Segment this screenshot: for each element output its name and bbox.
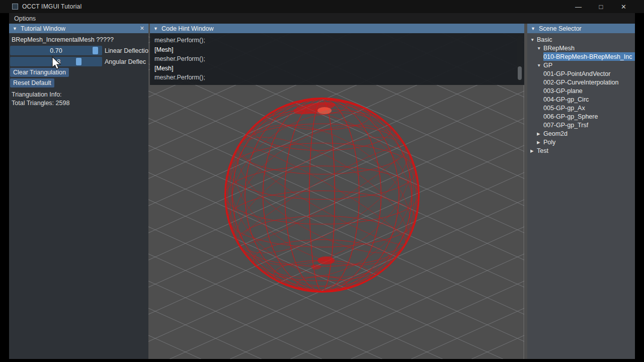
tree-item-label: Poly bbox=[543, 139, 555, 146]
code-line: mesher.Perform(); bbox=[154, 73, 520, 82]
tutorial-window-title: Tutorial Window bbox=[21, 25, 136, 32]
chevron-down-icon[interactable]: ▼ bbox=[530, 37, 537, 42]
slider-value: 0.70 bbox=[10, 46, 102, 55]
close-icon[interactable]: ✕ bbox=[139, 25, 145, 32]
chevron-right-icon[interactable]: ▶ bbox=[537, 131, 543, 136]
tree-item-label: BRepMesh bbox=[543, 45, 575, 52]
tree-item-001-gp-pointandvector[interactable]: 001-GP-PointAndVector bbox=[543, 69, 635, 78]
chevron-right-icon[interactable]: ▶ bbox=[537, 140, 543, 145]
tree-item-basic[interactable]: ▼Basic bbox=[530, 35, 635, 44]
tree-item-label: Geom2d bbox=[543, 130, 568, 137]
window-title: OCCT IMGUI Tutorial bbox=[22, 3, 82, 10]
tree-item-test[interactable]: ▶Test bbox=[530, 146, 635, 155]
tree-item-label: 006-GP-gp_Sphere bbox=[543, 113, 598, 120]
code-line: mesher.Perform(); bbox=[154, 54, 520, 64]
slider-value: 0.8 bbox=[10, 57, 102, 66]
tree-item-label: 010-BRepMesh-BRepMesh_Inc bbox=[543, 53, 632, 60]
tree-item-label: 001-GP-PointAndVector bbox=[543, 70, 610, 77]
angular-deflection-label: Angular Deflec bbox=[105, 58, 146, 65]
tutorial-window-body: BRepMesh_IncrementalMesh ????? 0.70 Line… bbox=[9, 33, 148, 359]
app-window: OCCT IMGUI Tutorial — □ ✕ Options ▼ Tuto… bbox=[0, 0, 644, 362]
titlebar: OCCT IMGUI Tutorial — □ ✕ bbox=[0, 0, 644, 13]
tutorial-window: ▼ Tutorial Window ✕ BRepMesh_Incremental… bbox=[9, 24, 148, 359]
collapse-arrow-icon[interactable]: ▼ bbox=[153, 26, 158, 31]
tree-item-gp[interactable]: ▼GP bbox=[537, 61, 635, 69]
tree-item-poly[interactable]: ▶Poly bbox=[537, 138, 635, 146]
tree-item-label: 003-GP-plane bbox=[543, 87, 583, 95]
collapse-arrow-icon[interactable]: ▼ bbox=[530, 26, 536, 31]
tree-item-label: 005-GP-gp_Ax bbox=[543, 105, 585, 112]
chevron-right-icon[interactable]: ▶ bbox=[530, 148, 537, 153]
app-icon bbox=[12, 4, 18, 10]
tutorial-heading: BRepMesh_IncrementalMesh ????? bbox=[12, 36, 114, 43]
code-scrollbar-thumb[interactable] bbox=[518, 66, 522, 80]
tree-item-brepmesh[interactable]: ▼BRepMesh bbox=[537, 44, 635, 52]
code-hint-window-header[interactable]: ▼ Code Hint Window bbox=[150, 24, 524, 33]
tree-item-label: GP bbox=[543, 62, 552, 69]
tree-item-007-gp-gp-trsf[interactable]: 007-GP-gp_Trsf bbox=[543, 121, 635, 129]
tree-item-003-gp-plane[interactable]: 003-GP-plane bbox=[543, 86, 635, 95]
tree-item-label: 004-GP-gp_Circ bbox=[543, 96, 589, 103]
triangulation-info-label: Triangulation Info: bbox=[12, 91, 62, 98]
linear-deflection-label: Linear Deflectio bbox=[105, 47, 148, 54]
code-line: [Mesh] bbox=[154, 64, 520, 73]
tree-item-004-gp-gp-circ[interactable]: 004-GP-gp_Circ bbox=[543, 95, 635, 104]
angular-deflection-row: 0.8 Angular Deflec bbox=[10, 57, 146, 66]
linear-deflection-slider[interactable]: 0.70 bbox=[10, 46, 102, 55]
tree-item-label: 007-GP-gp_Trsf bbox=[543, 122, 588, 129]
collapse-arrow-icon[interactable]: ▼ bbox=[12, 26, 18, 31]
tree-item-label: Test bbox=[537, 147, 548, 154]
menu-options[interactable]: Options bbox=[9, 15, 41, 22]
code-lines: mesher.Perform();[Mesh]mesher.Perform();… bbox=[154, 36, 520, 82]
window-controls: — □ ✕ bbox=[567, 0, 635, 13]
tree-item-002-gp-curveinterpolation[interactable]: 002-GP-CurveInterpolation bbox=[543, 78, 635, 86]
chevron-down-icon[interactable]: ▼ bbox=[537, 46, 543, 51]
tree-item-label: 002-GP-CurveInterpolation bbox=[543, 79, 618, 86]
clear-triangulation-button[interactable]: Clear Triangulation bbox=[10, 68, 69, 77]
tree-item-006-gp-gp-sphere[interactable]: 006-GP-gp_Sphere bbox=[543, 112, 635, 121]
code-hint-window-title: Code Hint Window bbox=[162, 25, 521, 32]
reset-default-button[interactable]: Reset Default bbox=[10, 78, 54, 87]
total-triangles-label: Total Triangles: 2598 bbox=[12, 100, 69, 107]
tree-item-geom2d[interactable]: ▶Geom2d bbox=[537, 129, 635, 138]
chevron-down-icon[interactable]: ▼ bbox=[537, 63, 543, 68]
code-hint-window-body: mesher.Perform();[Mesh]mesher.Perform();… bbox=[150, 33, 524, 85]
linear-deflection-row: 0.70 Linear Deflectio bbox=[10, 46, 148, 55]
maximize-button[interactable]: □ bbox=[590, 0, 612, 13]
code-hint-window: ▼ Code Hint Window mesher.Perform();[Mes… bbox=[150, 24, 524, 85]
minimize-button[interactable]: — bbox=[567, 0, 590, 13]
scene-tree: ▼Basic▼BRepMesh010-BRepMesh-BRepMesh_Inc… bbox=[527, 33, 635, 155]
angular-deflection-slider[interactable]: 0.8 bbox=[10, 57, 102, 66]
close-button[interactable]: ✕ bbox=[612, 0, 635, 13]
scene-selector-window: ▼ Scene Selector ▼Basic▼BRepMesh010-BRep… bbox=[527, 24, 635, 359]
scene-selector-header[interactable]: ▼ Scene Selector bbox=[527, 24, 635, 33]
menubar: Options bbox=[9, 13, 635, 24]
tree-item-005-gp-gp-ax[interactable]: 005-GP-gp_Ax bbox=[543, 104, 635, 112]
scene-selector-title: Scene Selector bbox=[539, 25, 632, 32]
tree-item-label: Basic bbox=[537, 36, 552, 43]
code-scrollbar[interactable] bbox=[517, 35, 522, 83]
code-line: mesher.Perform(); bbox=[154, 36, 520, 45]
code-line: [Mesh] bbox=[154, 45, 520, 55]
tutorial-window-header[interactable]: ▼ Tutorial Window ✕ bbox=[9, 24, 148, 33]
tree-item-010-brepmesh-brepmesh-inc[interactable]: 010-BRepMesh-BRepMesh_Inc bbox=[543, 52, 635, 61]
